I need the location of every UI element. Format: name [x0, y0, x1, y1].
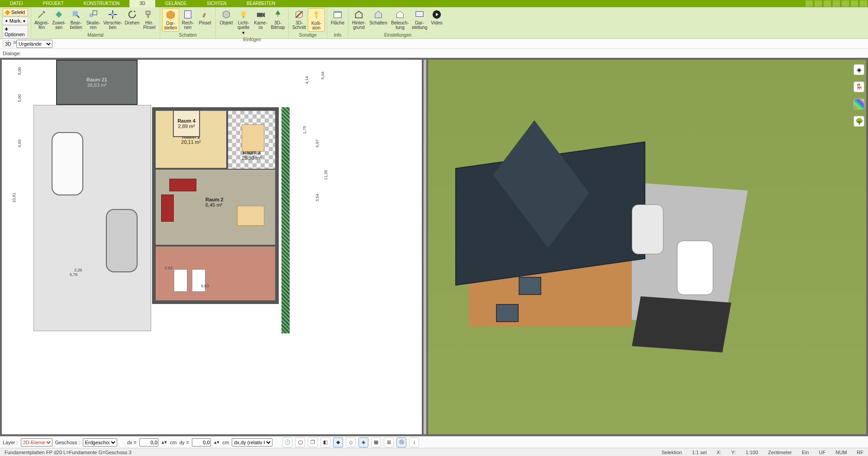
settings-icon[interactable]	[824, 0, 831, 7]
licht-label: Licht- quelle	[238, 21, 250, 30]
table-2[interactable]	[237, 206, 264, 226]
objekt-label: Objekt	[220, 21, 233, 25]
rel-dropdown[interactable]: dx,dy (relativ ka	[232, 438, 272, 446]
geschoss-dropdown[interactable]: Erdgeschos	[83, 438, 117, 446]
pencil-icon[interactable]	[806, 0, 813, 7]
cube2-icon[interactable]: ◧	[320, 437, 330, 447]
status-x: X:	[715, 450, 723, 455]
svg-point-7	[241, 11, 246, 16]
darstellung-button[interactable]: Dar- stellung	[411, 8, 428, 31]
garage-room[interactable]: Raum 21 38,83 m²	[56, 60, 138, 105]
garage-area: 38,83 m²	[87, 82, 106, 88]
dim-10: 3,54	[315, 194, 320, 202]
kollision-button[interactable]: Kolli- sion	[308, 8, 325, 32]
collision-icon	[311, 10, 322, 20]
tab-projekt[interactable]: PROJEKT	[33, 0, 74, 7]
dy-input[interactable]	[192, 438, 211, 446]
svg-rect-14	[416, 12, 424, 17]
pinsel-button[interactable]: Pinsel	[196, 8, 214, 26]
pane-splitter[interactable]	[424, 60, 426, 434]
hinpinsel-button[interactable]: Hin. Pinsel	[141, 8, 158, 31]
sofa-2[interactable]	[161, 195, 174, 222]
clock-icon[interactable]: 🕒	[282, 437, 292, 447]
ribbon: 🔶 Selekt ✦ Mark. ▾ ✚ Optionen Auswahl Ab…	[0, 7, 868, 39]
tree-dock-icon[interactable]: 🌳	[854, 116, 864, 127]
tab-datei[interactable]: DATEI	[0, 0, 33, 7]
maximize-icon[interactable]	[851, 0, 858, 7]
rechnen-button[interactable]: Rech- nen	[179, 8, 196, 31]
tab-bearbeiten[interactable]: BEARBEITEN	[237, 0, 285, 7]
dim-5: 5,76	[70, 272, 78, 277]
snap-perp-icon[interactable]: ◈	[358, 437, 368, 447]
close-icon[interactable]	[860, 0, 867, 7]
abgreifen-button[interactable]: Abgrei- fen	[33, 8, 50, 31]
skalieren-button[interactable]: Skalie- ren	[85, 8, 102, 31]
car-2[interactable]	[106, 209, 138, 272]
schatten2-button[interactable]: Schatten	[367, 8, 389, 26]
info-icon[interactable]: i	[409, 437, 419, 447]
car3d-1[interactable]	[632, 204, 663, 254]
snap-endpoint-icon[interactable]: ◆	[333, 437, 343, 447]
zuweisen-button[interactable]: Zuwei- sen	[50, 8, 67, 31]
mode-bar: 3D Urgelände	[0, 39, 868, 49]
lounger-2[interactable]	[192, 269, 205, 292]
flaeche-button[interactable]: Fläche	[329, 8, 346, 26]
floorplan-pane[interactable]: Raum 21 38,83 m² Raum 120,11 m² Raum 42,…	[2, 60, 422, 434]
dy-unit: cm	[223, 440, 229, 445]
dx-label: dx =	[127, 440, 137, 445]
dialoge-bar: Dialoge:	[0, 49, 868, 58]
car-1[interactable]	[52, 132, 83, 195]
dining-table[interactable]	[242, 124, 264, 152]
furniture-dock-icon[interactable]: 🪑	[854, 81, 864, 92]
drehen-button[interactable]: Drehen	[124, 8, 141, 26]
bearbeiten-label: Bear- beiten	[70, 21, 82, 30]
licht-button[interactable]: Licht- quelle ▾	[235, 8, 252, 37]
3d-pane[interactable]: ◈ 🪑 🌳	[428, 60, 866, 434]
layer-select[interactable]: Urgelände	[16, 40, 52, 48]
verschieben-button[interactable]: Verschie- ben	[102, 8, 124, 31]
schnitt-button[interactable]: 3D- Schnitt	[291, 8, 308, 31]
camera-icon	[255, 9, 266, 20]
help-icon[interactable]	[833, 0, 840, 7]
north-icon[interactable]: Ⓝ	[396, 437, 406, 447]
snap-grid-icon[interactable]: ▦	[371, 437, 381, 447]
room-4[interactable]: Raum 42,89 m²	[173, 110, 200, 137]
dim-6: 2,26	[74, 268, 82, 272]
palette-dock-icon[interactable]	[854, 99, 864, 109]
bearbeiten-button[interactable]: Bear- beiten	[67, 8, 85, 31]
kamera-button[interactable]: Kame- ra	[252, 8, 269, 31]
objekt-button[interactable]: Objekt	[218, 8, 235, 26]
svg-rect-3	[111, 13, 114, 16]
minimize-icon[interactable]	[842, 0, 849, 7]
car3d-2[interactable]	[677, 241, 713, 295]
screen-icon[interactable]: 🖵	[295, 437, 305, 447]
room-2[interactable]: Raum 2 6,45 m²	[155, 169, 276, 246]
stack-icon[interactable]: ❐	[308, 437, 318, 447]
darstellen-button[interactable]: Dar- stellen	[162, 8, 179, 32]
room-3-area: 25,90 m²	[242, 155, 261, 161]
mark-button[interactable]: ✦ Mark. ▾	[3, 17, 28, 25]
layers-icon[interactable]	[815, 0, 822, 7]
optionen-button[interactable]: ✚ Optionen	[3, 25, 28, 38]
tab-sichten[interactable]: SICHTEN	[197, 0, 237, 7]
snap-mid-icon[interactable]: ◇	[346, 437, 356, 447]
dim-8: 9,63	[201, 284, 209, 288]
tab-gelaende[interactable]: GELÄNDE	[155, 0, 197, 7]
drehen-label: Drehen	[125, 21, 140, 25]
terrace[interactable]	[155, 246, 276, 301]
lounger-1[interactable]	[174, 269, 187, 292]
layer-dropdown[interactable]: 2D-Elemen	[21, 438, 52, 446]
hintergrund-button[interactable]: Hinter- grund	[350, 8, 367, 31]
tab-3d[interactable]: 3D	[129, 0, 155, 7]
video-button[interactable]: Video	[428, 8, 445, 26]
dim-1: 6,00	[17, 67, 22, 75]
dx-input[interactable]	[139, 438, 158, 446]
beleuchtung-button[interactable]: Beleuch- tung	[389, 8, 411, 31]
sofa-1[interactable]	[169, 179, 196, 191]
grid-icon[interactable]: ⊞	[384, 437, 394, 447]
selekt-button[interactable]: 🔶 Selekt	[3, 8, 28, 16]
layers-dock-icon[interactable]: ◈	[854, 64, 864, 75]
bitmap-button[interactable]: 3D- Bitmap	[269, 8, 286, 31]
room-2-label: Raum 2	[205, 197, 224, 202]
tab-konstruktion[interactable]: KONSTRUKTION	[74, 0, 129, 7]
